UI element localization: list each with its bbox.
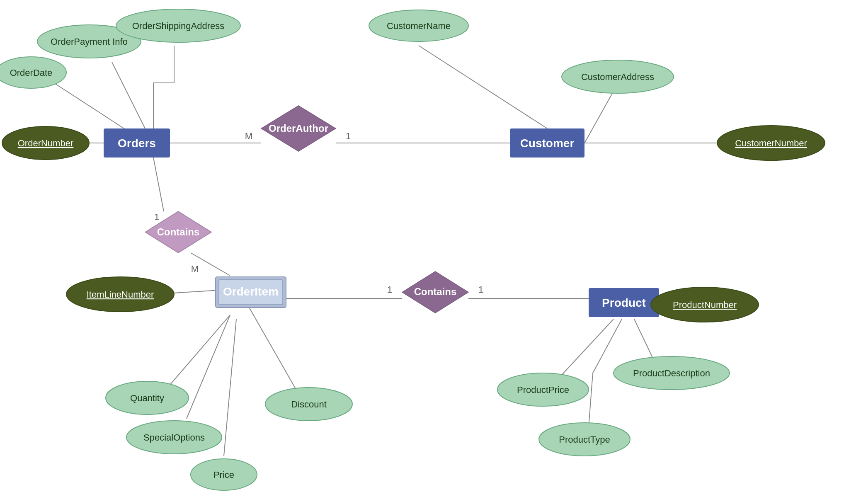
attr-ordershippingaddress-label: OrderShippingAddress bbox=[132, 21, 225, 31]
cardinality-1-orderauthor-customer: 1 bbox=[346, 131, 351, 141]
attr-ordernumber-label: OrderNumber bbox=[18, 138, 73, 148]
attr-producttype-label: ProductType bbox=[559, 434, 610, 445]
svg-line-4 bbox=[584, 91, 614, 143]
attr-itemlinenumber-label: ItemLineNumber bbox=[87, 289, 154, 300]
attr-quantity-label: Quantity bbox=[130, 393, 164, 403]
attr-productnumber-label: ProductNumber bbox=[673, 300, 737, 310]
attr-customeraddress-label: CustomerAddress bbox=[581, 72, 654, 82]
cardinality-m-orderauthor-orders: M bbox=[245, 131, 252, 141]
svg-line-11 bbox=[166, 315, 230, 390]
cardinality-1-contains1-orders: 1 bbox=[154, 212, 159, 222]
svg-line-7 bbox=[112, 62, 145, 128]
attr-customernumber-label: CustomerNumber bbox=[735, 138, 807, 148]
attr-customername-label: CustomerName bbox=[387, 21, 451, 31]
entity-orderitem-label: OrderItem bbox=[223, 285, 279, 298]
relationship-contains2-label: Contains bbox=[414, 286, 457, 297]
attr-specialoptions-label: SpecialOptions bbox=[143, 432, 205, 443]
relationship-contains1-label: Contains bbox=[157, 226, 200, 237]
svg-line-18 bbox=[560, 319, 614, 377]
cardinality-m-contains1-orderitem: M bbox=[191, 264, 199, 274]
entity-customer-label: Customer bbox=[520, 137, 575, 150]
svg-line-19 bbox=[634, 319, 655, 363]
svg-line-13 bbox=[224, 319, 236, 456]
svg-line-3 bbox=[419, 46, 547, 128]
cardinality-1-contains2-product: 1 bbox=[478, 284, 483, 295]
entity-product-label: Product bbox=[602, 296, 646, 309]
svg-line-14 bbox=[249, 307, 298, 394]
svg-line-8 bbox=[153, 158, 164, 211]
attr-productprice-label: ProductPrice bbox=[517, 385, 569, 395]
relationship-orderauthor-label: OrderAuthor bbox=[269, 123, 328, 134]
er-diagram: Orders Customer OrderItem Product OrderA… bbox=[0, 0, 844, 504]
attr-orderpaymentinfo-label: OrderPayment Info bbox=[51, 36, 128, 47]
attr-discount-label: Discount bbox=[291, 399, 327, 410]
attr-price-label: Price bbox=[213, 470, 234, 480]
svg-line-12 bbox=[187, 315, 230, 419]
entity-orders-label: Orders bbox=[118, 137, 156, 150]
attr-productdescription-label: ProductDescription bbox=[633, 368, 710, 378]
cardinality-1-contains2-orderitem: 1 bbox=[387, 284, 392, 295]
attr-orderdate-label: OrderDate bbox=[10, 68, 53, 78]
